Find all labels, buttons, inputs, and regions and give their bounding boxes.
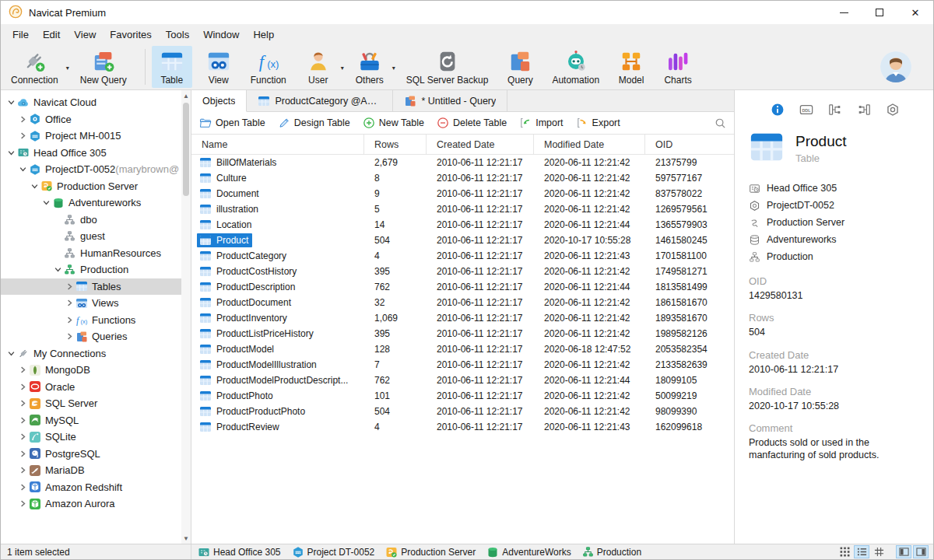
details-tab-relation[interactable] (855, 101, 873, 118)
dropdown-caret-icon[interactable]: ▾ (341, 65, 344, 72)
dropdown-caret-icon[interactable]: ▾ (66, 65, 69, 72)
chevron-right-icon[interactable] (64, 299, 75, 306)
chevron-right-icon[interactable] (17, 450, 28, 457)
toolbar-view-button[interactable]: View (198, 46, 239, 88)
toolbar-connection-button[interactable]: Connection (5, 46, 64, 88)
breadcrumb-head-office-305[interactable]: Head Office 305 (198, 546, 281, 558)
table-row-productcosthistory[interactable]: ProductCostHistory3952010-06-11 12:21:17… (191, 264, 734, 279)
chevron-right-icon[interactable] (64, 283, 75, 290)
toolbar-model-button[interactable]: Model (611, 46, 651, 88)
chevron-down-icon[interactable] (17, 166, 28, 173)
close-button[interactable]: ✕ (897, 1, 933, 24)
sidebar-item-head-office-305[interactable]: Head Office 305 (1, 145, 182, 162)
toggle-left-panel-button[interactable] (896, 545, 911, 558)
chevron-down-icon[interactable] (5, 350, 16, 357)
table-row-productcategory[interactable]: ProductCategory42010-06-11 12:21:172020-… (191, 248, 734, 264)
toolbar-others-button[interactable]: Others (349, 46, 390, 88)
list-view-button[interactable] (854, 545, 869, 558)
menu-favorites[interactable]: Favorites (103, 26, 158, 43)
toggle-right-panel-button[interactable] (913, 545, 929, 558)
breadcrumb-adventureworks[interactable]: AdventureWorks (486, 546, 571, 558)
chevron-right-icon[interactable] (17, 366, 28, 373)
dropdown-caret-icon[interactable]: ▾ (392, 65, 395, 72)
menu-view[interactable]: View (67, 26, 103, 43)
table-row-productmodelillustration[interactable]: ProductModelIllustration72010-06-11 12:2… (191, 357, 734, 373)
sidebar-item-project-mh-0015[interactable]: Project MH-0015 (1, 128, 182, 145)
toolbar-automation-button[interactable]: Automation (546, 46, 605, 88)
tab-untitled-query[interactable]: * Untitled - Query (393, 90, 507, 111)
table-row-productreview[interactable]: ProductReview42010-06-11 12:21:172020-06… (191, 419, 734, 435)
toolbar-query-button[interactable]: Query (500, 46, 540, 88)
chevron-right-icon[interactable] (17, 433, 28, 440)
toolbar-charts-button[interactable]: Charts (658, 46, 698, 88)
column-header-created-date[interactable]: Created Date (427, 135, 534, 154)
sidebar-item-adventureworks[interactable]: Adventureworks (1, 194, 182, 212)
tab-objects[interactable]: Objects (191, 90, 247, 112)
sidebar-item-mariadb[interactable]: MariaDB (1, 462, 182, 479)
toolbar-new-query-button[interactable]: New Query (75, 46, 132, 88)
sidebar-item-production-server[interactable]: Production Server (1, 178, 182, 195)
breadcrumb-production-server[interactable]: Production Server (385, 546, 476, 558)
sidebar-item-sql-server[interactable]: SQL Server (1, 395, 182, 412)
table-row-productphoto[interactable]: ProductPhoto1012010-06-11 12:21:172020-0… (191, 388, 734, 404)
sidebar-item-my-connections[interactable]: My Connections (1, 345, 182, 362)
toolbar-sql-server-backup-button[interactable]: SQL Server Backup (401, 46, 494, 88)
chevron-down-icon[interactable] (40, 199, 51, 206)
sidebar-item-production[interactable]: Production (1, 261, 182, 278)
design-table-button[interactable]: Design Table (278, 117, 350, 129)
table-row-productmodelproductdescript[interactable]: ProductModelProductDescript...7622010-06… (191, 373, 734, 388)
chevron-right-icon[interactable] (64, 317, 75, 324)
column-header-modified-date[interactable]: Modified Date (534, 135, 645, 154)
menu-help[interactable]: Help (246, 26, 281, 43)
chevron-right-icon[interactable] (17, 116, 28, 123)
sidebar-item-sqlite[interactable]: SQLite (1, 429, 182, 446)
sidebar-item-mysql[interactable]: MySQL (1, 412, 182, 429)
chevron-down-icon[interactable] (52, 266, 63, 273)
sidebar-item-views[interactable]: Views (1, 295, 182, 312)
chevron-down-icon[interactable] (5, 149, 16, 156)
sidebar-item-amazon-aurora[interactable]: Amazon Aurora (1, 495, 182, 513)
tab-productcategory-adventu[interactable]: ProductCategory @Adventu... (247, 90, 393, 111)
sidebar-item-dbo[interactable]: dbo (1, 212, 182, 229)
details-tab-info[interactable] (769, 101, 786, 118)
table-row-productlistpricehistory[interactable]: ProductListPriceHistory3952010-06-11 12:… (191, 326, 734, 341)
toolbar-function-button[interactable]: f(x)Function (245, 46, 292, 88)
sidebar-item-functions[interactable]: f(x)Functions (1, 312, 182, 329)
chevron-right-icon[interactable] (17, 132, 28, 139)
export-button[interactable]: Export (576, 117, 620, 129)
scrollbar-thumb[interactable] (183, 103, 189, 196)
table-row-product[interactable]: Product5042010-06-11 12:21:172020-10-17 … (191, 233, 734, 248)
chevron-right-icon[interactable] (17, 383, 28, 390)
sidebar-scrollbar[interactable]: ▲ ▼ (181, 90, 191, 544)
column-header-rows[interactable]: Rows (364, 135, 427, 154)
toolbar-table-button[interactable]: Table (152, 46, 192, 88)
table-row-productdocument[interactable]: ProductDocument322010-06-11 12:21:172020… (191, 295, 734, 310)
user-avatar[interactable] (880, 51, 911, 82)
table-row-productmodel[interactable]: ProductModel1282010-06-11 12:21:172020-0… (191, 341, 734, 357)
chevron-right-icon[interactable] (64, 333, 75, 340)
sidebar-item-postgresql[interactable]: PostgreSQL (1, 446, 182, 463)
details-tab-hexnut[interactable] (884, 101, 901, 118)
delete-table-button[interactable]: Delete Table (437, 117, 507, 129)
open-table-button[interactable]: Open Table (199, 117, 265, 129)
details-tab-ddl[interactable]: DDL (798, 101, 815, 118)
menu-edit[interactable]: Edit (36, 26, 67, 43)
table-row-productdescription[interactable]: ProductDescription7622010-06-11 12:21:17… (191, 279, 734, 295)
sidebar-item-queries[interactable]: Queries (1, 328, 182, 345)
minimize-button[interactable] (826, 1, 862, 24)
new-table-button[interactable]: New Table (363, 117, 424, 129)
chevron-right-icon[interactable] (17, 484, 28, 491)
chevron-right-icon[interactable] (17, 500, 28, 507)
table-row-billofmaterials[interactable]: BillOfMaterials2,6792010-06-11 12:21:172… (191, 155, 734, 170)
sidebar-item-mongodb[interactable]: MongoDB (1, 362, 182, 379)
scroll-down-icon[interactable]: ▼ (181, 533, 191, 544)
sidebar-item-guest[interactable]: guest (1, 228, 182, 245)
table-row-document[interactable]: Document92010-06-11 12:21:172020-06-11 1… (191, 186, 734, 201)
breadcrumb-production[interactable]: Production (582, 546, 641, 558)
sidebar-item-amazon-redshift[interactable]: Amazon Redshift (1, 479, 182, 496)
chevron-down-icon[interactable] (5, 99, 16, 106)
menu-file[interactable]: File (5, 26, 36, 43)
scroll-up-icon[interactable]: ▲ (181, 90, 191, 101)
sidebar-item-office[interactable]: Office (1, 111, 182, 128)
chevron-right-icon[interactable] (17, 400, 28, 407)
